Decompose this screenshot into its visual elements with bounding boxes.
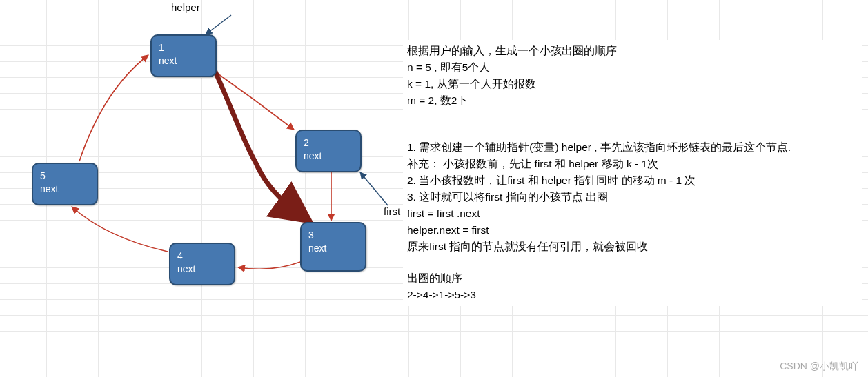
text-p6: helper.next = first — [407, 222, 858, 238]
text-l4: m = 2, 数2下 — [407, 92, 858, 109]
node-5: 5 next — [32, 163, 98, 205]
node-2-num: 2 — [304, 136, 353, 150]
text-l1: 根据用户的输入，生成一个小孩出圈的顺序 — [407, 43, 858, 59]
text-p3: 2. 当小孩报数时，让first 和 helper 指针同时 的移动 m - 1… — [407, 172, 858, 189]
node-4-num: 4 — [177, 249, 227, 263]
helper-label: helper — [171, 1, 200, 13]
node-4-next: next — [177, 263, 227, 276]
node-3: 3 next — [300, 222, 366, 272]
node-2-next: next — [304, 150, 353, 163]
node-5-num: 5 — [40, 170, 90, 183]
node-4: 4 next — [169, 243, 235, 285]
node-2: 2 next — [295, 130, 362, 172]
node-1: 1 next — [150, 34, 217, 77]
text-p2: 补充： 小孩报数前，先让 first 和 helper 移动 k - 1次 — [407, 156, 858, 172]
first-label: first — [384, 205, 400, 217]
text-p4: 3. 这时就可以将first 指向的小孩节点 出圈 — [407, 189, 858, 205]
text-l3: k = 1, 从第一个人开始报数 — [407, 76, 858, 92]
node-3-num: 3 — [308, 229, 358, 242]
node-5-next: next — [40, 183, 90, 196]
node-3-next: next — [308, 242, 358, 255]
text-p1: 1. 需求创建一个辅助指针(变量) helper , 事先应该指向环形链表的最后… — [407, 139, 858, 156]
text-seq-v: 2->4->1->5->3 — [407, 287, 858, 303]
node-1-next: next — [159, 54, 208, 68]
node-1-num: 1 — [159, 41, 208, 54]
explanation-block: 根据用户的输入，生成一个小孩出圈的顺序 n = 5 , 即有5个人 k = 1,… — [403, 40, 862, 306]
text-l2: n = 5 , 即有5个人 — [407, 59, 858, 76]
text-seq-t: 出圈的顺序 — [407, 270, 858, 287]
text-p5: first = first .next — [407, 205, 858, 222]
text-p7: 原来first 指向的节点就没有任何引用，就会被回收 — [407, 238, 858, 255]
watermark: CSDN @小凯凯吖 — [780, 360, 858, 373]
